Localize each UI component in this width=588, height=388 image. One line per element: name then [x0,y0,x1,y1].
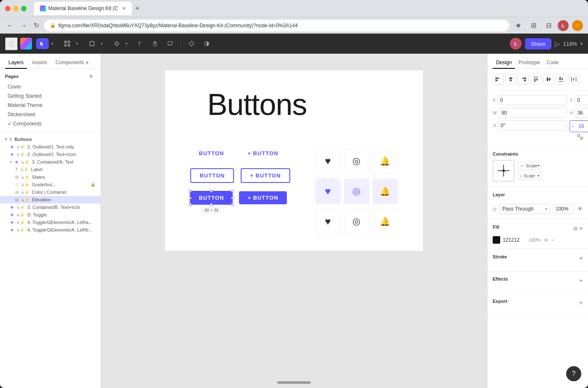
bookmark-button[interactable]: ★ [512,20,524,31]
back-button[interactable]: ← [5,20,15,31]
browser-tab[interactable]: Material Baseline Design Kit (C ✕ [34,2,132,15]
layer-buttons-header[interactable]: ▾ # Buttons [0,135,100,143]
close-window-button[interactable] [5,6,10,11]
layer-mode-select[interactable]: Pass Through ▾ [499,204,550,214]
handle-ml[interactable] [189,197,192,199]
tab-assets[interactable]: Assets [29,57,50,69]
button-outlined-icon-1[interactable]: + BUTTON [241,168,290,183]
component-tool-button[interactable] [185,38,198,49]
page-item-stickersheet[interactable]: Stickersheet [5,110,95,119]
help-button[interactable]: ? [566,366,581,381]
corner-radius-input[interactable] [576,122,588,131]
button-outlined-text-1[interactable]: BUTTON [190,168,234,183]
fill-grid-button[interactable]: ⊞ [573,225,578,232]
layer-opacity-input[interactable] [553,204,575,214]
page-item-cover[interactable]: Cover [5,82,95,91]
layer-toggle-left-b[interactable]: ❖ ↳⚡ 4. Toggle/ΩElements/A. Left/b... [0,226,100,234]
handle-tm[interactable] [210,190,213,193]
text-tool-button[interactable]: T [134,38,146,49]
stroke-add-button[interactable]: + [579,255,583,262]
button-contained-icon-1[interactable]: + BUTTON [239,191,286,204]
contrast-tool-button[interactable] [200,38,213,49]
fill-style-button[interactable]: ≋ [544,237,548,243]
tab-design[interactable]: Design [493,57,515,69]
frame-tool-dropdown[interactable]: ▾ [74,39,80,48]
comment-tool-button[interactable] [164,38,176,49]
layer-label[interactable]: T ↳⚡ Label [0,166,100,173]
share-button[interactable]: Share [525,38,551,49]
fill-hex-input[interactable] [503,237,526,243]
handle-br[interactable] [231,203,234,206]
tab-code[interactable]: Code [543,57,562,69]
handle-bm[interactable] [210,203,213,206]
layer-toggle-left-a[interactable]: ❖ ↳⚡ 4. Toggle/ΩElements/A. Left/a... [0,219,100,226]
button-contained-text-1[interactable]: BUTTON [190,191,232,204]
pen-tool-button[interactable] [110,38,123,49]
layer-contained-text[interactable]: ▾ ❖ ↳⚡ 3. Contained/A. Text [0,158,100,166]
shape-tool-dropdown[interactable]: ▾ [99,39,105,48]
y-input[interactable] [574,95,588,105]
layer-guide[interactable]: ◇ ↳⚡ Guide/but... 🔒 [0,181,100,188]
zoom-indicator[interactable]: 118% [563,41,577,47]
handle-tr[interactable] [231,190,234,193]
figma-logo[interactable] [20,38,32,49]
tab-layers[interactable]: Layers [5,57,27,69]
x-input[interactable] [497,95,567,105]
layer-visibility-button[interactable]: 👁 [577,206,583,212]
page-item-components[interactable]: ✓ Components [5,119,95,128]
zoom-dropdown[interactable]: ▾ [580,41,583,47]
align-center-h-button[interactable] [505,74,516,85]
frame-tool-button[interactable] [61,38,74,49]
maximize-window-button[interactable] [21,6,26,11]
handle-mr[interactable] [231,197,234,199]
align-right-button[interactable] [518,74,529,85]
fill-color-swatch[interactable] [493,236,500,244]
rotation-input[interactable] [498,120,567,130]
profiles-button[interactable]: ⊟ [543,20,554,31]
canvas-scrollbar[interactable] [277,381,311,384]
fill-add-button[interactable]: + [579,225,583,232]
minimize-window-button[interactable] [13,6,18,11]
layer-outlined-text[interactable]: ❖ ↳⚡ 2. Outlined/1. Text only [0,143,100,151]
align-top-button[interactable] [530,74,541,85]
layer-outlined-icon[interactable]: ❖ ↳⚡ 2. Outlined/2. Text+Icon [0,151,100,158]
effects-add-button[interactable]: + [579,277,583,284]
align-center-v-button[interactable] [543,74,554,85]
tab-close-button[interactable]: ✕ [122,6,126,11]
button-text-only-1[interactable]: BUTTON [190,147,232,160]
handle-bl[interactable] [189,203,192,206]
constraint-v-select[interactable]: ↕ Scale ▾ [518,172,542,180]
page-item-getting-started[interactable]: Getting Started [5,91,95,101]
forward-button[interactable]: → [18,20,29,31]
pen-tool-dropdown[interactable]: ▾ [124,39,129,48]
url-bar[interactable]: 🔒 figma.com/file/XR0sdaQhboM6uYXQ73y8yz/… [44,20,509,31]
present-button[interactable]: ▷ [555,40,560,48]
button-text-icon-1[interactable]: + BUTTON [239,147,286,160]
refresh-button[interactable]: ↻ [32,20,41,31]
export-add-button[interactable]: + [579,299,583,307]
fill-remove-button[interactable]: − [551,237,554,243]
constraint-h-select[interactable]: ↔ Scale ▾ [518,161,542,170]
align-bottom-button[interactable] [556,74,567,85]
tab-components[interactable]: Components ∧ [52,57,92,69]
browser-profile-avatar[interactable]: L [558,20,569,31]
w-input[interactable] [498,108,567,118]
align-left-button[interactable] [493,74,504,85]
layer-toggle[interactable]: ❖ ↳⚡ D. Toggle [0,211,100,219]
select-tool-dropdown[interactable]: ▾ [50,39,55,48]
canvas-area[interactable]: Buttons BUTTON + BUTTON BUTTON [101,54,487,388]
extensions-button[interactable]: ⊞ [528,20,539,31]
page-item-material-theme[interactable]: Material Theme [5,101,95,110]
layer-elevation[interactable]: ⊟ ↳⚡ Elevation [0,196,100,203]
layer-color-container[interactable]: ⊟ ↳⚡ Color | Container [0,188,100,196]
hand-tool-button[interactable] [149,38,161,49]
select-tool-button[interactable] [36,38,49,49]
user-avatar-button[interactable]: L [510,38,522,49]
rectangle-tool-button[interactable] [86,38,98,49]
resize-mode-button[interactable] [577,134,583,141]
distribute-button[interactable] [568,74,579,85]
main-menu-button[interactable]: ☰ [5,37,18,50]
handle-tl[interactable] [189,190,192,193]
browser-profile-avatar-2[interactable]: 🔶 [572,20,583,31]
add-page-button[interactable]: + [87,72,95,81]
